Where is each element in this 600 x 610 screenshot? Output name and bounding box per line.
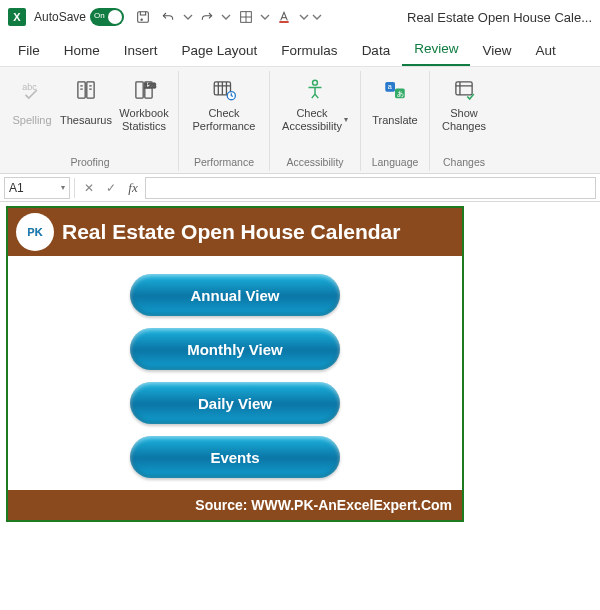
tab-file[interactable]: File: [6, 37, 52, 66]
dashboard: PK Real Estate Open House Calendar Annua…: [6, 206, 464, 522]
group-proofing-label: Proofing: [70, 154, 109, 169]
group-accessibility-label: Accessibility: [286, 154, 343, 169]
svg-rect-17: [456, 82, 472, 95]
check-performance-button[interactable]: Check Performance: [185, 73, 263, 135]
tab-review[interactable]: Review: [402, 35, 470, 66]
check-accessibility-icon: [300, 75, 330, 105]
document-title: Real Estate Open House Cale...: [407, 10, 592, 25]
translate-icon: aあ: [380, 75, 410, 105]
name-box[interactable]: A1 ▾: [4, 177, 70, 199]
enter-formula-icon[interactable]: ✓: [101, 178, 121, 198]
events-button[interactable]: Events: [130, 436, 340, 478]
thesaurus-icon: [71, 75, 101, 105]
logo: PK: [16, 213, 54, 251]
translate-button[interactable]: aあ Translate: [367, 73, 423, 135]
insert-function-icon[interactable]: fx: [123, 178, 143, 198]
check-accessibility-label: Check Accessibility▾: [282, 107, 348, 133]
dashboard-title: Real Estate Open House Calendar: [62, 220, 400, 244]
group-changes-label: Changes: [443, 154, 485, 169]
svg-text:abc: abc: [22, 82, 37, 92]
cancel-formula-icon[interactable]: ✕: [79, 178, 99, 198]
toggle-knob: [108, 10, 122, 24]
spelling-label: Spelling: [12, 107, 51, 133]
tab-aut[interactable]: Aut: [523, 37, 567, 66]
font-color-dropdown-icon[interactable]: [299, 6, 309, 28]
svg-rect-0: [138, 12, 149, 23]
tab-page-layout[interactable]: Page Layout: [170, 37, 270, 66]
autosave-on-text: On: [94, 11, 105, 20]
svg-point-1: [141, 19, 142, 20]
qat-customize-icon[interactable]: [312, 6, 322, 28]
svg-text:あ: あ: [397, 89, 404, 98]
quick-access-toolbar: [132, 6, 322, 28]
daily-view-button[interactable]: Daily View: [130, 382, 340, 424]
tab-insert[interactable]: Insert: [112, 37, 170, 66]
tab-data[interactable]: Data: [350, 37, 403, 66]
tab-view[interactable]: View: [470, 37, 523, 66]
font-color-icon[interactable]: [273, 6, 295, 28]
chevron-down-icon: ▾: [344, 115, 348, 124]
thesaurus-button[interactable]: Thesaurus: [58, 73, 114, 135]
chevron-down-icon[interactable]: ▾: [61, 183, 65, 192]
group-accessibility: Check Accessibility▾ Accessibility: [270, 71, 361, 171]
check-accessibility-button[interactable]: Check Accessibility▾: [276, 73, 354, 135]
group-changes: Show Changes Changes: [430, 71, 498, 171]
workbook-statistics-button[interactable]: 123 Workbook Statistics: [116, 73, 172, 135]
show-changes-label: Show Changes: [442, 107, 486, 133]
tab-formulas[interactable]: Formulas: [269, 37, 349, 66]
excel-app-icon: X: [8, 8, 26, 26]
redo-dropdown-icon[interactable]: [221, 6, 231, 28]
spelling-icon: abc: [17, 75, 47, 105]
thesaurus-label: Thesaurus: [60, 107, 112, 133]
group-language-label: Language: [372, 154, 419, 169]
show-changes-icon: [449, 75, 479, 105]
svg-rect-7: [136, 82, 143, 98]
dashboard-source-label: Source: WWW.PK-AnExcelExpert.Com: [195, 497, 452, 513]
save-icon[interactable]: [132, 6, 154, 28]
svg-rect-3: [280, 21, 289, 23]
workbook-statistics-icon: 123: [129, 75, 159, 105]
monthly-view-button[interactable]: Monthly View: [130, 328, 340, 370]
autosave-control[interactable]: AutoSave On: [34, 8, 124, 26]
annual-view-button[interactable]: Annual View: [130, 274, 340, 316]
worksheet-area[interactable]: PK Real Estate Open House Calendar Annua…: [0, 202, 600, 526]
group-language: aあ Translate Language: [361, 71, 430, 171]
group-proofing: abc Spelling Thesaurus 123 Workbook Stat…: [2, 71, 179, 171]
spelling-button[interactable]: abc Spelling: [8, 73, 56, 135]
ribbon: abc Spelling Thesaurus 123 Workbook Stat…: [0, 66, 600, 174]
check-performance-label: Check Performance: [193, 107, 256, 133]
group-performance-label: Performance: [194, 154, 254, 169]
show-changes-button[interactable]: Show Changes: [436, 73, 492, 135]
ribbon-tabs: File Home Insert Page Layout Formulas Da…: [0, 34, 600, 66]
title-bar: X AutoSave On: [0, 0, 600, 34]
borders-icon[interactable]: [235, 6, 257, 28]
svg-rect-6: [87, 82, 94, 98]
redo-icon[interactable]: [196, 6, 218, 28]
autosave-label: AutoSave: [34, 10, 86, 24]
autosave-toggle[interactable]: On: [90, 8, 124, 26]
check-performance-icon: [209, 75, 239, 105]
svg-point-12: [313, 80, 318, 85]
svg-text:123: 123: [144, 81, 156, 90]
formula-input[interactable]: [145, 177, 596, 199]
dashboard-header: PK Real Estate Open House Calendar: [8, 208, 462, 256]
svg-rect-5: [78, 82, 85, 98]
name-box-value: A1: [9, 181, 24, 195]
borders-dropdown-icon[interactable]: [260, 6, 270, 28]
translate-label: Translate: [372, 107, 417, 133]
formula-bar: A1 ▾ ✕ ✓ fx: [0, 174, 600, 202]
workbook-statistics-label: Workbook Statistics: [119, 107, 168, 133]
dashboard-footer: Source: WWW.PK-AnExcelExpert.Com: [8, 490, 462, 520]
group-performance: Check Performance Performance: [179, 71, 270, 171]
undo-icon[interactable]: [157, 6, 179, 28]
undo-dropdown-icon[interactable]: [183, 6, 193, 28]
tab-home[interactable]: Home: [52, 37, 112, 66]
dashboard-body: Annual View Monthly View Daily View Even…: [8, 256, 462, 490]
